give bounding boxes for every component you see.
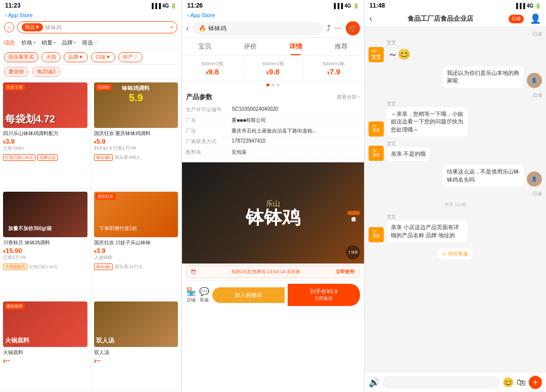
param-title: 产品参数 <box>186 93 212 102</box>
nav-back-button[interactable]: ‹ <box>4 22 14 32</box>
search-category-tag[interactable]: 商品▼ <box>22 23 43 31</box>
add-cart-button[interactable]: 加入购物车 <box>212 287 285 303</box>
product-overlay-5: 火锅底料 <box>5 336 29 345</box>
param-key-2: 厂址 <box>186 127 232 135</box>
hero-title-text: 钵钵鸡 <box>246 208 300 227</box>
search-bar[interactable]: 商品▼ 钵钵鸡 × <box>17 21 177 33</box>
filter-zonghe[interactable]: 综合 <box>4 39 15 47</box>
app-store-back-2[interactable]: ‹ App Store <box>182 11 363 19</box>
price-val-2: ¥9.8 <box>245 67 301 76</box>
price-preview-1[interactable]: 500ml×2瓶 ¥9.8 <box>182 59 243 78</box>
promo-xia[interactable]: 夏促销 <box>4 67 28 77</box>
list-item: 👤 结果这么远，不是借用乐山钵钵鸡名头吗 <box>369 165 542 187</box>
back-top-button[interactable]: ↑顶部 <box>346 245 360 259</box>
list-item[interactable]: 活动价 钵钵鸡调料 5.9 国庆狂欢 重庆钵钵鸡调料 ¥5.9 到手¥2.9 已… <box>91 79 182 189</box>
filter-jiage[interactable]: 价格 ▾ <box>21 39 35 47</box>
product-sales-2: 到手¥2.9 已售1万+件 <box>94 145 178 152</box>
list-item[interactable]: 国庆狂欢 下单即赠竹签1把 国庆狂欢 川娃子乐山钵钵 ¥3.9 入选销榜 每20… <box>91 189 182 298</box>
rate-service-btn[interactable]: ⊙ 评价客服 <box>437 248 473 259</box>
tag-pinpai[interactable]: 品牌▼ <box>64 52 88 62</box>
price-preview-2[interactable]: 500ml×2瓶 ¥9.8 <box>243 59 303 78</box>
battery-icon-2: 🔋 <box>353 3 359 9</box>
param-key-4: 配料表 <box>186 149 232 156</box>
param-more-btn[interactable]: 查看全部 › <box>337 94 360 101</box>
profile-icon[interactable]: 👤 <box>530 13 541 24</box>
msg-content-2: 我还以为你们是乐山本地的商家呢 <box>443 66 524 88</box>
store-name: 食品工厂店食品企业店 <box>407 15 473 22</box>
carousel-dots <box>182 81 363 89</box>
time-2: 11:26 <box>187 2 203 9</box>
hero-text: 乐山 钵钵鸡 <box>246 199 300 227</box>
shop-btn[interactable]: 🏪 店铺 <box>186 287 196 303</box>
tag-huitu[interactable]: 回头客常买 <box>4 52 38 62</box>
price-label-2: 500ml×2瓶 <box>245 61 301 67</box>
dot-1 <box>266 83 269 86</box>
fire-icon: 🔥 <box>199 25 206 32</box>
chat-back-button[interactable]: ‹ <box>370 14 372 23</box>
back-button-2[interactable]: ‹ <box>186 24 189 33</box>
product-title-2: 国庆狂欢 重庆钵钵鸡调料 <box>94 130 178 137</box>
product-price-5: ¥-- <box>3 357 87 364</box>
product-image-5: 爆款推荐 火锅底料 <box>3 301 87 347</box>
tab-baobei[interactable]: 宝贝 <box>182 38 228 55</box>
bag-icon[interactable]: 🛍 <box>517 377 526 388</box>
msg-bubble-3: ～亲亲，您稍等一下哦，小姐姐这边看一下您的问题尽快为您处理哦～ <box>387 107 468 137</box>
product-overlay-6: 双人汤 <box>96 336 114 345</box>
read-label-1: 已读 <box>369 31 542 37</box>
share-icon[interactable]: ⤴ <box>327 24 331 33</box>
dot-2 <box>271 83 275 86</box>
app-store-label: App Store <box>8 12 33 18</box>
battery-icon-3: 🔋 <box>535 3 541 9</box>
cart-icon-btn[interactable]: 🛒 <box>346 21 360 35</box>
product-badge-1: 比价王者 <box>5 84 25 91</box>
more-icon[interactable]: ··· <box>335 24 341 33</box>
user-avatar-2: 👤 <box>527 171 542 187</box>
buy-now-button[interactable]: 到手价¥3.9 立即购买 <box>288 284 360 306</box>
product-grid: 比价王者 每袋划4.72 四川乐山钵钵鸡调料配方 ¥3.9 已售7000+ 红包… <box>0 79 181 392</box>
product-hero-image: 乐山 钵钵鸡 分享赚钱 ↑顶部 <box>182 162 363 264</box>
voice-icon[interactable]: 🔊 <box>369 377 380 388</box>
filter-xiaoliang[interactable]: 销量 ▾ <box>41 39 56 47</box>
list-item[interactable]: 加量不加价360g/袋 川香秋月 钵钵鸡调料 ¥15.90 已售5万+件 天猫旗… <box>0 189 91 298</box>
product-title-5: 火锅底料 <box>3 349 87 356</box>
tag-bar: 回头客常买 天猫 品牌▼ 口味▼ 特产▽ <box>0 50 181 65</box>
tab-xiangqing[interactable]: 详情 <box>273 38 318 55</box>
filter-pinpai[interactable]: 品牌 ▾ <box>62 39 76 47</box>
product-title-4: 国庆狂欢 川娃子乐山钵钵 <box>94 239 178 246</box>
param-row: 生产许可证编号 SC10350024040020 <box>186 105 359 115</box>
tag-kouwei[interactable]: 口味▼ <box>91 52 115 62</box>
service-btn[interactable]: 💬 客服 <box>199 287 209 303</box>
price-val-3: ¥7.9 <box>306 67 362 76</box>
price-preview-3[interactable]: 500ml×2瓶 ¥7.9 <box>304 59 364 78</box>
time-3: 11:48 <box>370 2 385 9</box>
list-item[interactable]: 双人汤 双人汤 ¥-- <box>91 298 182 392</box>
list-item[interactable]: 比价王者 每袋划4.72 四川乐山钵钵鸡调料配方 ¥3.9 已售7000+ 红包… <box>0 79 91 189</box>
tab-tuijian[interactable]: 推荐 <box>318 38 364 55</box>
product-overlay-3: 加量不加价360g/袋 <box>5 222 55 235</box>
price-label-3: 500ml×2瓶 <box>306 61 362 67</box>
coupon-use-btn[interactable]: 立即使用› <box>336 269 355 275</box>
search-clear-icon[interactable]: × <box>170 25 173 30</box>
product-sales-3: 已售5万+件 <box>3 254 87 261</box>
product-detail-nav: ‹ 🔥 钵钵鸡 ⤴ ··· 🛒 <box>182 19 363 38</box>
app-store-back[interactable]: ‹ App Store <box>0 11 181 19</box>
search-bar-2[interactable]: 🔥 钵钵鸡 <box>193 22 323 35</box>
product-price-3: ¥15.90 <box>3 247 87 254</box>
tag-techan[interactable]: 特产▽ <box>118 52 143 62</box>
chat-input[interactable] <box>383 376 499 388</box>
promo-jian[interactable]: 每20减3 <box>32 67 60 77</box>
share-btn-hero[interactable]: 分享赚钱 <box>347 211 360 215</box>
service-label: 客服 <box>200 297 209 303</box>
store-badge[interactable]: 店铺 <box>509 15 524 23</box>
panel-search: 11:23 ▐▐▐ 4G 🔋 ‹ App Store ‹ 商品▼ 钵钵鸡 × 综… <box>0 0 182 392</box>
emoji-icon[interactable]: 😊 <box>503 377 514 388</box>
tab-pingjia[interactable]: 评价 <box>228 38 273 55</box>
cart-icon: 🛒 <box>348 24 357 32</box>
list-item[interactable]: 爆款推荐 火锅底料 火锅底料 ¥-- <box>0 298 91 392</box>
msg-content-6: 艾艾 亲亲 小店这边产品页面有详细的产品名称 品牌 地址的 <box>387 214 468 242</box>
add-button[interactable]: + <box>529 376 542 389</box>
search-keyword-2: 钵钵鸡 <box>208 24 226 33</box>
tag-tianmao[interactable]: 天猫 <box>41 52 61 62</box>
filter-shaixuan[interactable]: 筛选 ▽ <box>82 39 97 47</box>
product-tags-1: 红包已批2.00元 品牌正品 <box>3 152 87 161</box>
